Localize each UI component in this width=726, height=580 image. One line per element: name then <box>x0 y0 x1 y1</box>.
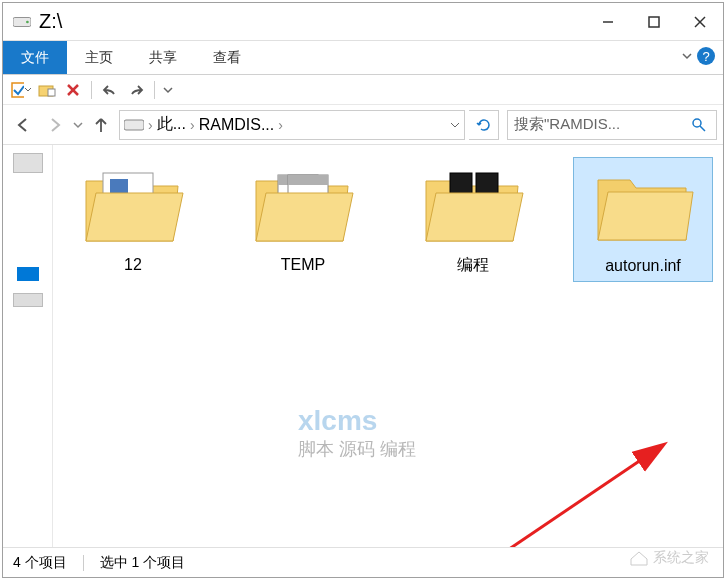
folder-preview-icon <box>248 161 358 251</box>
arrow-up-icon <box>92 116 110 134</box>
folder-new-icon <box>38 82 56 98</box>
close-button[interactable] <box>677 7 723 37</box>
arrow-left-icon <box>13 115 33 135</box>
file-list[interactable]: 12 TEMP <box>53 145 723 547</box>
maximize-icon <box>648 16 660 28</box>
breadcrumb-item[interactable]: RAMDIS... <box>199 116 275 134</box>
svg-rect-11 <box>124 120 144 130</box>
window-title: Z:\ <box>39 10 585 33</box>
chevron-right-icon: › <box>188 117 197 133</box>
house-icon <box>629 550 649 566</box>
minimize-button[interactable] <box>585 7 631 37</box>
back-button[interactable] <box>9 111 37 139</box>
watermark: xlcms 脚本 源码 编程 <box>298 405 416 461</box>
redo-button[interactable] <box>126 80 146 100</box>
checkbox-icon <box>11 82 24 98</box>
drive-icon <box>13 15 31 29</box>
item-label: 12 <box>124 255 142 276</box>
chevron-down-icon[interactable] <box>681 50 693 62</box>
dropdown-icon <box>24 87 31 93</box>
svg-rect-21 <box>288 175 328 185</box>
up-button[interactable] <box>87 111 115 139</box>
search-input[interactable]: 搜索"RAMDIS... <box>507 110 717 140</box>
navigation-bar: › 此... › RAMDIS... › 搜索"RAMDIS... <box>3 105 723 145</box>
folder-preview-icon <box>418 161 528 251</box>
chevron-right-icon: › <box>146 117 155 133</box>
folder-icon <box>588 162 698 252</box>
new-folder-button[interactable] <box>37 80 57 100</box>
chevron-right-icon: › <box>276 117 285 133</box>
undo-button[interactable] <box>100 80 120 100</box>
annotation-arrow <box>293 435 693 547</box>
separator <box>83 555 84 571</box>
close-icon <box>694 16 706 28</box>
history-dropdown[interactable] <box>73 121 83 129</box>
item-label: autorun.inf <box>605 256 681 277</box>
item-count: 4 个项目 <box>13 554 67 572</box>
undo-icon <box>102 83 118 97</box>
tab-home[interactable]: 主页 <box>67 41 131 74</box>
minimize-icon <box>602 16 614 28</box>
folder-item[interactable]: TEMP <box>233 157 373 282</box>
svg-line-24 <box>323 445 663 547</box>
breadcrumb-item[interactable]: 此... <box>157 114 186 135</box>
search-icon <box>691 117 707 133</box>
separator <box>154 81 155 99</box>
forward-button[interactable] <box>41 111 69 139</box>
address-bar[interactable]: › 此... › RAMDIS... › <box>119 110 465 140</box>
ribbon-tabs: 文件 主页 共享 查看 ? <box>3 41 723 75</box>
help-button[interactable]: ? <box>697 47 715 65</box>
refresh-button[interactable] <box>469 110 499 140</box>
refresh-icon <box>476 117 492 133</box>
svg-rect-3 <box>649 17 659 27</box>
sidebar-item[interactable] <box>13 153 43 173</box>
svg-line-13 <box>700 126 705 131</box>
tab-share[interactable]: 共享 <box>131 41 195 74</box>
drive-icon <box>124 118 144 132</box>
svg-rect-8 <box>48 89 55 96</box>
customize-dropdown[interactable] <box>163 86 173 94</box>
quick-access-toolbar <box>3 75 723 105</box>
svg-point-12 <box>693 119 701 127</box>
delete-icon <box>66 83 80 97</box>
selection-count: 选中 1 个项目 <box>100 554 186 572</box>
redo-icon <box>128 83 144 97</box>
sidebar-item[interactable] <box>13 293 43 307</box>
tab-file[interactable]: 文件 <box>3 41 67 74</box>
separator <box>91 81 92 99</box>
status-bar: 4 个项目 选中 1 个项目 系统之家 <box>3 547 723 577</box>
folder-preview-icon <box>78 161 188 251</box>
svg-point-1 <box>26 20 29 23</box>
address-dropdown[interactable] <box>450 121 460 129</box>
titlebar: Z:\ <box>3 3 723 41</box>
delete-button[interactable] <box>63 80 83 100</box>
item-label: 编程 <box>457 255 489 276</box>
sidebar-item-thispc[interactable] <box>17 267 39 281</box>
arrow-right-icon <box>45 115 65 135</box>
maximize-button[interactable] <box>631 7 677 37</box>
folder-item-selected[interactable]: autorun.inf <box>573 157 713 282</box>
tab-view[interactable]: 查看 <box>195 41 259 74</box>
folder-item[interactable]: 编程 <box>403 157 543 282</box>
folder-item[interactable]: 12 <box>63 157 203 282</box>
watermark: 系统之家 <box>629 549 709 567</box>
properties-button[interactable] <box>11 80 31 100</box>
search-placeholder: 搜索"RAMDIS... <box>514 115 620 134</box>
navigation-pane[interactable] <box>3 145 53 547</box>
item-label: TEMP <box>281 255 325 276</box>
